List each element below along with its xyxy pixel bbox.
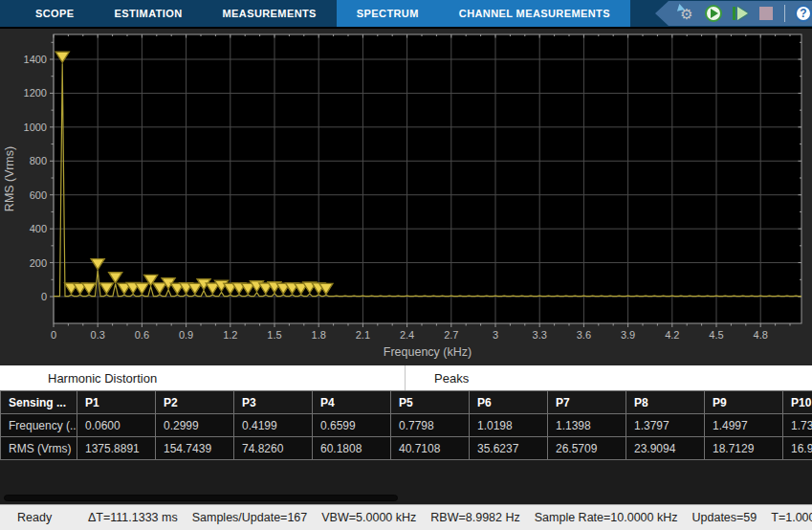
column-header: P4 [313, 391, 391, 414]
table-cell: 1.739 [783, 414, 812, 437]
x-tick-label: 1.2 [223, 329, 237, 341]
column-header: P2 [156, 391, 234, 414]
table-cell: 154.7439 [156, 437, 234, 460]
column-header: P1 [77, 391, 156, 414]
controls-separator [784, 5, 785, 22]
stepping-options-button[interactable]: ⚙ [678, 4, 695, 23]
help-icon: ? [795, 5, 812, 22]
table-row: RMS (Vrms)1375.8891154.743974.826060.180… [1, 437, 812, 460]
column-header: P8 [626, 391, 705, 414]
x-tick-label: 3 [493, 329, 498, 341]
x-tick-label: 2.7 [444, 329, 458, 341]
y-tick-label: 400 [30, 223, 47, 234]
x-tick-label: 2.1 [356, 329, 370, 341]
table-row: Frequency (...0.06000.29990.41990.65990.… [1, 414, 812, 437]
y-tick-label: 1400 [24, 54, 47, 65]
table-cell: 1.4997 [705, 414, 783, 437]
x-tick-label: 3.6 [577, 329, 591, 341]
status-metric: T=1.0000 [771, 511, 812, 524]
table-cell: 1.1398 [548, 414, 626, 437]
status-metric: Sample Rate=10.0000 kHz [535, 511, 678, 524]
status-metric: Samples/Update=167 [192, 511, 308, 524]
status-state: Ready [0, 511, 88, 524]
measurement-panel-tabs: Harmonic DistortionPeaks [0, 365, 812, 390]
status-metrics: ΔT=111.1333 msSamples/Update=167VBW=5.00… [88, 511, 812, 524]
step-forward-icon [733, 7, 735, 20]
run-button[interactable] [705, 4, 722, 23]
spectrum-chart: 00.30.60.91.21.51.82.12.42.733.33.63.94.… [0, 29, 812, 365]
status-metric: VBW=5.0000 kHz [321, 511, 416, 524]
table-cell: 26.5709 [548, 437, 626, 460]
status-metric: Updates=59 [692, 511, 757, 524]
play-icon [705, 5, 722, 22]
stop-button[interactable] [757, 4, 775, 23]
x-axis-label: Frequency (kHz) [384, 345, 472, 359]
x-tick-label: 0.3 [91, 329, 105, 341]
peaks-table: Sensing ...P1P2P3P4P5P6P7P8P9P10 Frequen… [0, 390, 812, 460]
tab-channel-measurements[interactable]: CHANNEL MEASUREMENTS [439, 0, 630, 27]
step-forward-button[interactable] [732, 4, 749, 23]
x-tick-label: 1.8 [312, 329, 326, 341]
table-cell: 0.7798 [391, 414, 470, 437]
toolstrip: SCOPEESTIMATIONMEASUREMENTSSPECTRUMCHANN… [0, 0, 812, 27]
peaks-table-panel: Sensing ...P1P2P3P4P5P6P7P8P9P10 Frequen… [0, 390, 812, 504]
table-cell: 0.2999 [156, 414, 234, 437]
y-tick-label: 1200 [24, 87, 47, 99]
panel-tab-harmonic-distortion[interactable]: Harmonic Distortion [0, 365, 406, 390]
x-tick-label: 2.4 [400, 329, 414, 341]
spectrum-analyzer-window: SCOPEESTIMATIONMEASUREMENTSSPECTRUMCHANN… [0, 0, 812, 530]
table-cell: 16.9 [783, 437, 812, 460]
x-tick-label: 4.2 [665, 329, 679, 341]
table-cell: 60.1808 [313, 437, 391, 460]
x-tick-label: 4.5 [709, 329, 723, 341]
status-metric: ΔT=111.1333 ms [88, 511, 178, 524]
panel-tab-peaks[interactable]: Peaks [406, 365, 812, 390]
column-header: P6 [470, 391, 548, 414]
table-cell: 0.0600 [77, 414, 156, 437]
y-tick-label: 200 [30, 257, 47, 269]
table-cell: 0.6599 [313, 414, 391, 437]
tab-measurements[interactable]: MEASUREMENTS [203, 0, 337, 27]
row-label: Frequency (... [1, 414, 77, 437]
column-header: P5 [391, 391, 470, 414]
table-horizontal-scrollbar-thumb[interactable] [4, 495, 398, 501]
table-cell: 74.8260 [234, 437, 313, 460]
stop-icon [759, 7, 773, 20]
row-label: RMS (Vrms) [1, 437, 77, 460]
column-header: P7 [548, 391, 626, 414]
table-cell: 1375.8891 [77, 437, 156, 460]
tab-estimation[interactable]: ESTIMATION [95, 0, 203, 27]
column-header: Sensing ... [1, 391, 77, 414]
x-tick-label: 3.9 [621, 329, 635, 341]
status-bar: Ready ΔT=111.1333 msSamples/Update=167VB… [0, 504, 812, 530]
tab-spectrum[interactable]: SPECTRUM [337, 0, 439, 27]
y-tick-label: 800 [30, 155, 47, 166]
table-cell: 1.3797 [626, 414, 705, 437]
spectrum-plot-svg: 00.30.60.91.21.51.82.12.42.733.33.63.94.… [0, 29, 812, 365]
y-tick-label: 600 [30, 189, 47, 201]
tab-scope[interactable]: SCOPE [15, 0, 95, 27]
y-tick-label: 0 [41, 291, 47, 302]
simulation-controls-banner: ⚙ ? [655, 1, 812, 26]
x-tick-label: 3.3 [533, 329, 547, 341]
column-header: P10 [783, 391, 812, 414]
x-tick-label: 1.5 [267, 329, 281, 341]
table-cell: 23.9094 [626, 437, 705, 460]
help-button[interactable]: ? [795, 4, 812, 23]
column-header: P9 [705, 391, 783, 414]
status-metric: RBW=8.9982 Hz [430, 511, 519, 524]
x-tick-label: 0.9 [179, 329, 193, 341]
x-tick-label: 0 [51, 329, 56, 341]
table-cell: 18.7129 [705, 437, 783, 460]
x-tick-label: 0.6 [135, 329, 149, 341]
toolstrip-tabs: SCOPEESTIMATIONMEASUREMENTSSPECTRUMCHANN… [0, 0, 630, 27]
y-axis-label: RMS (Vrms) [3, 146, 16, 211]
table-cell: 1.0198 [470, 414, 548, 437]
y-tick-label: 1000 [24, 121, 47, 133]
column-header: P3 [234, 391, 313, 414]
table-cell: 0.4199 [234, 414, 313, 437]
table-cell: 35.6237 [470, 437, 548, 460]
x-tick-label: 4.8 [754, 329, 768, 341]
table-cell: 40.7108 [391, 437, 470, 460]
